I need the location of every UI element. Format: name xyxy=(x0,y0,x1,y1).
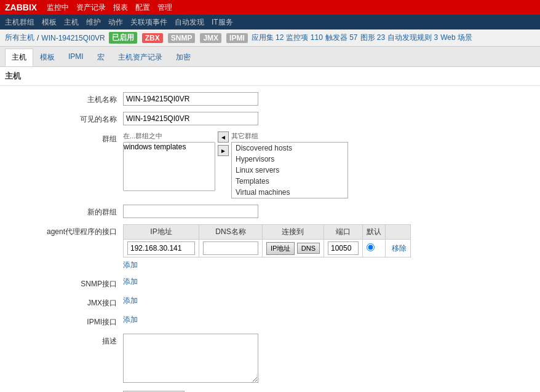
iface-port-cell xyxy=(324,240,362,257)
ipmi-add-link[interactable]: 添加 xyxy=(123,315,138,324)
tab-inventory[interactable]: 主机资产记录 xyxy=(111,49,169,66)
nav-discovery[interactable]: 自动发现 xyxy=(175,17,204,28)
other-groups-label: 其它群组 xyxy=(231,131,348,141)
tab-macros[interactable]: 宏 xyxy=(90,49,111,66)
hostname-value-container xyxy=(123,92,528,106)
visible-name-row: 可见的名称 xyxy=(12,112,528,125)
stat-triggers[interactable]: 触发器 57 xyxy=(325,33,358,43)
snmp-add-link[interactable]: 添加 xyxy=(123,277,138,286)
badge-snmp[interactable]: SNMP xyxy=(168,33,196,43)
list-item[interactable]: Templates xyxy=(232,176,347,187)
groups-label: 群组 xyxy=(12,131,123,144)
jmx-add-link[interactable]: 添加 xyxy=(123,296,138,305)
stat-appsets[interactable]: 应用集 12 xyxy=(252,33,284,43)
iface-connect-cell: IP地址 DNS xyxy=(263,240,324,257)
badge-zbx[interactable]: ZBX xyxy=(142,33,163,43)
logo: ZABBIX xyxy=(5,2,37,12)
visible-name-label: 可见的名称 xyxy=(12,112,123,125)
status-badge-enabled: 已启用 xyxy=(109,32,137,44)
nav-event-correlation[interactable]: 关联项事件 xyxy=(130,17,167,28)
breadcrumb-sep: / xyxy=(37,34,39,42)
ipmi-value-container: 添加 xyxy=(123,315,528,325)
hostname-input[interactable] xyxy=(123,92,258,106)
page-title: 主机 xyxy=(0,67,540,86)
groups-row: 群组 在...群组之中 windows templates ◄ ► 其它群组 xyxy=(12,131,528,198)
agent-iface-row: agent代理程序的接口 IP地址 DNS名称 连接到 端口 默认 xyxy=(12,224,528,270)
nav-it-services[interactable]: IT服务 xyxy=(212,17,233,28)
move-right-button[interactable]: ► xyxy=(218,145,229,156)
iface-ip-cell xyxy=(124,240,199,257)
col-connect: 连接到 xyxy=(263,225,324,240)
in-groups-option-windows[interactable]: windows templates xyxy=(124,143,215,151)
new-group-row: 新的群组 xyxy=(12,205,528,218)
desc-label: 描述 xyxy=(12,334,123,347)
stat-items[interactable]: 监控项 110 xyxy=(286,33,322,43)
stat-discovery[interactable]: 自动发现规则 3 xyxy=(387,33,438,43)
list-item[interactable]: Virtual machines xyxy=(232,187,347,198)
nav-hosts[interactable]: 主机 xyxy=(64,17,79,28)
agent-iface-value-container: IP地址 DNS名称 连接到 端口 默认 xyxy=(123,224,528,270)
in-groups-label: 在...群组之中 xyxy=(123,131,215,141)
content-area: 主机名称 可见的名称 群组 在...群组之中 windows templates xyxy=(0,86,540,392)
nav-reports[interactable]: 报表 xyxy=(113,2,128,13)
iface-connect-dns-btn[interactable]: DNS xyxy=(297,243,320,254)
col-default: 默认 xyxy=(362,225,385,240)
list-item[interactable]: Hypervisors xyxy=(232,154,347,165)
list-item[interactable]: Linux servers xyxy=(232,165,347,176)
breadcrumb-hostname[interactable]: WIN-194215QI0VR xyxy=(41,34,105,42)
iface-row: IP地址 DNS 移除 xyxy=(124,240,411,257)
tab-ipmi[interactable]: IPMI xyxy=(62,49,90,66)
badge-ipmi[interactable]: IPMI xyxy=(226,33,248,43)
nav-admin[interactable]: 管理 xyxy=(157,2,172,13)
breadcrumb-bar: 所有主机 / WIN-194215QI0VR 已启用 ZBX SNMP JMX … xyxy=(0,29,540,47)
iface-ip-input[interactable] xyxy=(127,241,195,255)
snmp-value-container: 添加 xyxy=(123,276,528,287)
snmp-label: SNMP接口 xyxy=(12,276,123,289)
other-groups-panel: Discovered hosts Hypervisors Linux serve… xyxy=(231,142,348,198)
iface-dns-cell xyxy=(199,240,263,257)
iface-remove-link[interactable]: 移除 xyxy=(392,244,407,253)
stat-web[interactable]: Web 场景 xyxy=(440,33,472,43)
col-ip: IP地址 xyxy=(124,225,199,240)
nav-templates[interactable]: 模板 xyxy=(42,17,57,28)
breadcrumb-allhosts[interactable]: 所有主机 xyxy=(5,33,34,43)
stat-graphs[interactable]: 图形 23 xyxy=(360,33,386,43)
visible-name-input[interactable] xyxy=(123,112,258,125)
tab-encryption[interactable]: 加密 xyxy=(169,49,197,66)
iface-default-radio[interactable] xyxy=(367,243,375,251)
in-groups-select[interactable]: windows templates xyxy=(123,142,215,191)
iface-dns-input[interactable] xyxy=(203,241,258,255)
desc-textarea[interactable] xyxy=(123,334,258,383)
list-item[interactable]: Discovered hosts xyxy=(232,143,347,154)
col-port: 端口 xyxy=(324,225,362,240)
visible-name-value-container xyxy=(123,112,528,125)
jmx-row: JMX接口 添加 xyxy=(12,296,528,308)
iface-table: IP地址 DNS名称 连接到 端口 默认 xyxy=(123,224,411,257)
new-group-value-container xyxy=(123,205,528,218)
in-groups-container: 在...群组之中 windows templates xyxy=(123,131,215,191)
move-left-button[interactable]: ◄ xyxy=(218,131,229,143)
new-group-input[interactable] xyxy=(123,205,258,218)
other-groups-list: Discovered hosts Hypervisors Linux serve… xyxy=(232,143,347,198)
nav-assets[interactable]: 资产记录 xyxy=(76,2,106,13)
nav-maintenance[interactable]: 维护 xyxy=(86,17,101,28)
ipmi-row: IPMI接口 添加 xyxy=(12,315,528,327)
jmx-value-container: 添加 xyxy=(123,296,528,306)
iface-port-input[interactable] xyxy=(328,241,359,255)
tab-templates[interactable]: 模板 xyxy=(33,49,62,66)
iface-default-cell xyxy=(362,240,385,257)
tab-host[interactable]: 主机 xyxy=(5,49,33,66)
nav-config[interactable]: 配置 xyxy=(135,2,150,13)
badge-jmx[interactable]: JMX xyxy=(200,33,221,43)
second-nav: 主机群组 模板 主机 维护 动作 关联项事件 自动发现 IT服务 xyxy=(0,15,540,29)
ipmi-label: IPMI接口 xyxy=(12,315,123,327)
desc-value-container xyxy=(123,334,528,385)
nav-monitor[interactable]: 监控中 xyxy=(47,2,69,13)
agent-iface-label: agent代理程序的接口 xyxy=(12,224,123,237)
desc-row: 描述 xyxy=(12,334,528,385)
nav-actions[interactable]: 动作 xyxy=(108,17,123,28)
hostname-label: 主机名称 xyxy=(12,92,123,105)
nav-hostgroups[interactable]: 主机群组 xyxy=(5,17,34,28)
iface-connect-ip-btn[interactable]: IP地址 xyxy=(266,242,295,255)
agent-add-link[interactable]: 添加 xyxy=(123,261,138,269)
